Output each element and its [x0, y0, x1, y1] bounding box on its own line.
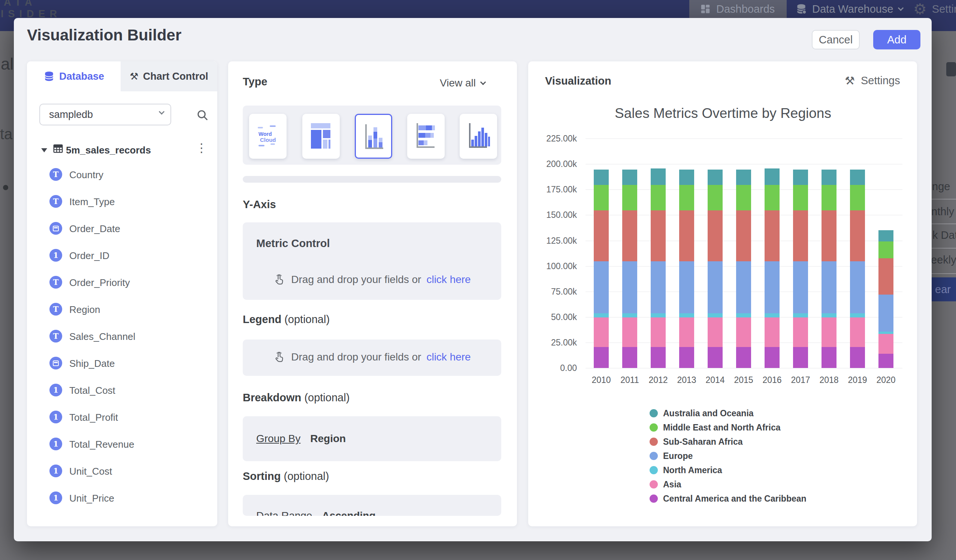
legend-dot	[649, 466, 658, 474]
y-tick-label: 0.00	[528, 363, 577, 373]
column-chart-icon	[466, 120, 490, 152]
bar-segment	[708, 347, 723, 368]
nav-data-warehouse[interactable]: Data Warehouse	[796, 0, 903, 18]
field-label: Total_Cost	[69, 385, 115, 397]
click-here-link[interactable]: click here	[426, 274, 470, 285]
divider	[932, 223, 956, 224]
bar-segment	[822, 210, 836, 261]
chevron-down-icon	[898, 5, 904, 11]
field-item-order_id[interactable]: 1Order_ID	[27, 248, 217, 263]
legend-item[interactable]: North America	[649, 464, 722, 476]
field-item-ship_date[interactable]: Ship_Date	[27, 356, 217, 371]
field-item-country[interactable]: TCountry	[27, 167, 217, 182]
metric-control-dropzone[interactable]: Metric Control Drag and drop your fields…	[243, 222, 501, 300]
bar-segment	[708, 317, 723, 347]
chart-type-column[interactable]	[460, 114, 497, 159]
tab-database[interactable]: Database	[27, 61, 121, 91]
field-item-total_revenue[interactable]: 1Total_Revenue	[27, 437, 217, 452]
horizontal-scrollbar[interactable]	[243, 176, 501, 183]
bar-segment	[594, 169, 609, 185]
bar-segment	[708, 185, 723, 210]
kebab-menu-icon[interactable]: ⋮	[195, 141, 208, 155]
x-axis-label: 2013	[672, 375, 702, 385]
group-by-label[interactable]: Group By	[256, 433, 300, 445]
x-axis-label: 2010	[586, 375, 616, 385]
bar-segment	[764, 210, 780, 261]
field-item-unit_price[interactable]: 1Unit_Price	[27, 491, 217, 506]
legend-item[interactable]: Central America and the Caribbean	[649, 493, 807, 504]
breakdown-groupby-row[interactable]: Group By Region	[243, 416, 501, 461]
legend-dropzone[interactable]: Drag and drop your fields or click here	[243, 339, 501, 376]
bar-segment	[822, 317, 836, 347]
field-label: Order_Priority	[69, 277, 130, 289]
cancel-button[interactable]: Cancel	[812, 30, 860, 49]
bar-segment	[850, 313, 865, 317]
legend-item[interactable]: Sub-Saharan Africa	[649, 436, 743, 447]
field-item-total_cost[interactable]: 1Total_Cost	[27, 383, 217, 398]
field-item-item_type[interactable]: TItem_Type	[27, 194, 217, 209]
bar-segment	[622, 347, 637, 368]
field-item-region[interactable]: TRegion	[27, 302, 217, 317]
bar-segment	[622, 261, 637, 313]
number-field-icon: 1	[49, 249, 62, 262]
x-axis-label: 2019	[843, 375, 873, 385]
legend-item[interactable]: Europe	[649, 450, 693, 461]
bar-segment	[822, 185, 836, 210]
nav-dashboards[interactable]: Dashboards	[689, 0, 787, 18]
date-field-icon	[49, 222, 62, 235]
field-item-unit_cost[interactable]: 1Unit_Cost	[27, 464, 217, 479]
x-axis-label: 2015	[729, 375, 759, 385]
nav-settings[interactable]: ⚙ Settings	[913, 0, 956, 18]
field-label: Order_ID	[69, 250, 109, 262]
sorting-row[interactable]: Data Range Ascending	[243, 495, 501, 516]
add-button[interactable]: Add	[873, 30, 920, 49]
search-icon[interactable]	[196, 109, 209, 122]
chevron-down-icon	[480, 79, 486, 85]
field-item-total_profit[interactable]: 1Total_Profit	[27, 410, 217, 425]
settings-label: Settings	[861, 74, 900, 87]
legend-label: North America	[663, 465, 722, 475]
legend-label: Central America and the Caribbean	[663, 494, 807, 504]
click-here-link[interactable]: click here	[426, 351, 470, 363]
legend-item[interactable]: Asia	[649, 479, 681, 490]
view-all-button[interactable]: View all	[440, 77, 485, 89]
database-icon	[796, 3, 807, 15]
legend-item[interactable]: Australia and Oceania	[649, 408, 754, 419]
group-by-value[interactable]: Region	[310, 433, 346, 445]
table-name[interactable]: 5m_sales_records	[66, 144, 151, 156]
bar-segment	[679, 169, 694, 185]
bar-segment	[708, 261, 723, 313]
field-item-order_priority[interactable]: TOrder_Priority	[27, 275, 217, 290]
database-select[interactable]: sampledb	[39, 104, 171, 125]
number-field-icon: 1	[49, 464, 62, 477]
bar-segment	[793, 317, 808, 347]
bar-segment	[622, 210, 637, 261]
field-label: Order_Date	[69, 223, 120, 235]
tab-chart-control[interactable]: ⚒ Chart Control	[121, 61, 217, 91]
y-tick-label: 225.00k	[528, 133, 577, 144]
bar-segment	[822, 261, 836, 313]
legend-dot	[649, 438, 658, 446]
drop-hint: Drag and drop your fields or click here	[243, 273, 501, 286]
dashboard-grid-icon	[700, 3, 711, 15]
settings-button[interactable]: ⚒ Settings	[845, 74, 900, 87]
bar-segment	[622, 317, 637, 347]
field-label: Total_Revenue	[69, 439, 134, 450]
bar-segment	[736, 185, 751, 210]
y-tick-label: 100.00k	[528, 261, 577, 271]
chart-type-treemap[interactable]	[302, 114, 340, 159]
x-axis-label: 2018	[814, 375, 844, 385]
chart-type-word-cloud[interactable]: Word Cloud	[249, 114, 286, 159]
chart-type-stacked-column-selected[interactable]	[355, 114, 392, 159]
field-item-order_date[interactable]: Order_Date	[27, 221, 217, 236]
bar-segment	[736, 169, 751, 185]
field-item-sales_channel[interactable]: TSales_Channel	[27, 329, 217, 344]
background-menu-item-selected: ear	[935, 283, 951, 296]
bar-segment	[708, 313, 723, 317]
x-axis-label: 2016	[757, 375, 787, 385]
collapse-triangle-icon[interactable]	[41, 148, 47, 152]
legend-item[interactable]: Middle East and North Africa	[649, 422, 781, 433]
chart-type-stacked-bar[interactable]	[407, 114, 445, 159]
bar-segment	[764, 168, 780, 185]
stacked-column-icon	[362, 121, 386, 153]
